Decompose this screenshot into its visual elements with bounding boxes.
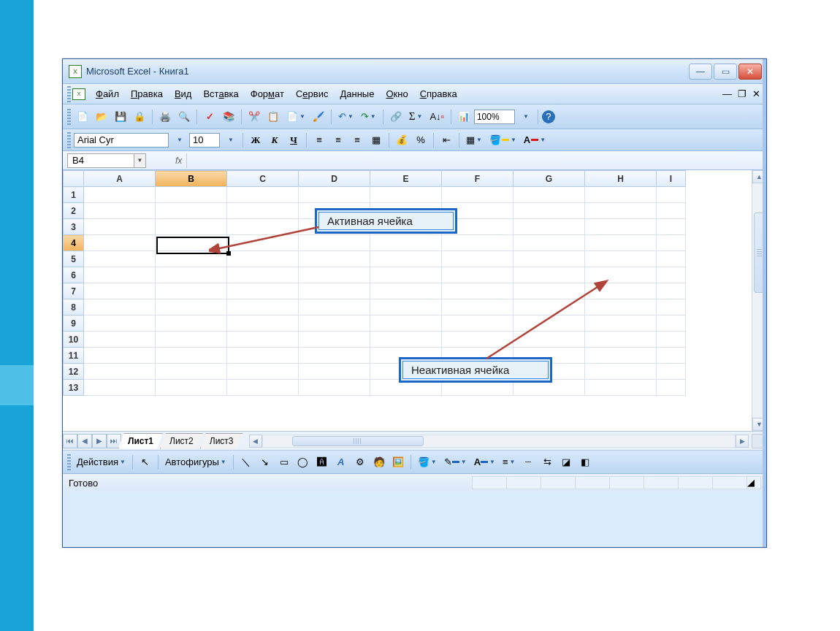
- row-header[interactable]: 7: [64, 283, 84, 299]
- col-header-i[interactable]: I: [657, 171, 686, 187]
- sheet-tab-1[interactable]: Лист1: [118, 433, 163, 449]
- sort-asc-icon[interactable]: A↓я: [427, 108, 447, 126]
- tab-nav-first[interactable]: ⏮: [63, 434, 77, 448]
- percent-icon[interactable]: %: [412, 131, 429, 149]
- research-icon[interactable]: 📚: [220, 108, 237, 126]
- col-header-a[interactable]: A: [84, 171, 156, 187]
- row-header[interactable]: 10: [64, 332, 84, 348]
- row-header[interactable]: 3: [64, 219, 84, 235]
- merge-center-icon[interactable]: ▦: [367, 131, 385, 149]
- font-color-icon[interactable]: A▼: [521, 131, 549, 149]
- zoom-dropdown[interactable]: ▼: [516, 108, 534, 126]
- col-header-c[interactable]: C: [227, 171, 299, 187]
- select-all-corner[interactable]: [64, 171, 84, 187]
- clipart-icon[interactable]: 🧑: [370, 454, 388, 471]
- menu-window[interactable]: Окно: [380, 86, 413, 102]
- bold-button[interactable]: Ж: [247, 131, 264, 149]
- titlebar[interactable]: X Microsoft Excel - Книга1 — ▭ ✕: [63, 59, 766, 84]
- currency-icon[interactable]: 💰: [393, 131, 411, 149]
- toolbar-handle[interactable]: [67, 86, 71, 102]
- italic-button[interactable]: К: [266, 131, 283, 149]
- formula-input[interactable]: [186, 153, 766, 168]
- save-icon[interactable]: 💾: [112, 108, 129, 126]
- menu-help[interactable]: Справка: [414, 86, 463, 102]
- draw-actions-menu[interactable]: Действия▼: [74, 454, 129, 471]
- arrow-style-icon[interactable]: ⇆: [538, 454, 556, 471]
- tab-nav-last[interactable]: ⏭: [107, 434, 121, 448]
- diagram-icon[interactable]: ⚙: [351, 454, 369, 471]
- scrollbar-thumb[interactable]: [292, 436, 424, 446]
- cut-icon[interactable]: ✂️: [245, 108, 263, 126]
- row-header[interactable]: 4: [64, 235, 84, 251]
- scroll-right-icon[interactable]: ▶: [736, 435, 749, 448]
- row-header[interactable]: 6: [64, 267, 84, 283]
- underline-button[interactable]: Ч: [285, 131, 302, 149]
- borders-icon[interactable]: ▦▼: [463, 131, 485, 149]
- row-header[interactable]: 1: [64, 187, 84, 203]
- minimize-button[interactable]: —: [689, 64, 712, 80]
- row-header[interactable]: 11: [64, 348, 84, 364]
- name-box-dropdown[interactable]: ▼: [134, 153, 146, 168]
- line-icon[interactable]: ＼: [237, 454, 255, 471]
- align-left-icon[interactable]: ≡: [310, 131, 328, 149]
- shadow-style-icon[interactable]: ◪: [557, 454, 575, 471]
- row-header[interactable]: 12: [64, 364, 84, 380]
- select-objects-icon[interactable]: ↖: [137, 454, 154, 471]
- col-header-d[interactable]: D: [299, 171, 370, 187]
- print-preview-icon[interactable]: 🔍: [175, 108, 193, 126]
- print-icon[interactable]: 🖨️: [156, 108, 174, 126]
- fx-label[interactable]: fx: [175, 156, 182, 166]
- line-color-icon[interactable]: ✎▼: [441, 454, 470, 471]
- permission-icon[interactable]: 🔒: [131, 108, 148, 126]
- zoom-combo[interactable]: 100%: [474, 110, 515, 124]
- col-header-e[interactable]: E: [370, 171, 442, 187]
- menu-data[interactable]: Данные: [334, 86, 380, 102]
- undo-icon[interactable]: ↶▼: [335, 108, 356, 126]
- row-header[interactable]: 2: [64, 203, 84, 219]
- wordart-icon[interactable]: A: [332, 454, 350, 471]
- toolbar-handle[interactable]: [67, 109, 71, 125]
- textbox-icon[interactable]: 🅰: [313, 454, 331, 471]
- fill-color-icon[interactable]: 🪣▼: [415, 454, 440, 471]
- doc-minimize-button[interactable]: —: [722, 88, 732, 99]
- dash-style-icon[interactable]: ┄: [519, 454, 537, 471]
- col-header-f[interactable]: F: [442, 171, 513, 187]
- hyperlink-icon[interactable]: 🔗: [387, 108, 405, 126]
- arrow-icon[interactable]: ↘: [256, 454, 274, 471]
- maximize-button[interactable]: ▭: [714, 64, 737, 80]
- rectangle-icon[interactable]: ▭: [275, 454, 293, 471]
- sheet-tab-2[interactable]: Лист2: [160, 433, 203, 449]
- format-painter-icon[interactable]: 🖌️: [310, 108, 327, 126]
- row-header[interactable]: 5: [64, 251, 84, 267]
- fill-color-icon[interactable]: 🪣▼: [486, 131, 519, 149]
- sheet-tab-3[interactable]: Лист3: [200, 433, 243, 449]
- row-header[interactable]: 8: [64, 299, 84, 316]
- col-header-b[interactable]: B: [156, 171, 227, 187]
- row-header[interactable]: 13: [64, 380, 84, 396]
- spellcheck-icon[interactable]: ✓: [201, 108, 218, 126]
- scroll-left-icon[interactable]: ◀: [249, 435, 262, 448]
- toolbar-handle[interactable]: [67, 454, 71, 470]
- line-style-icon[interactable]: ≡▼: [500, 454, 519, 471]
- doc-restore-button[interactable]: ❐: [738, 88, 747, 99]
- doc-close-button[interactable]: ✕: [752, 88, 760, 99]
- tab-nav-prev[interactable]: ◀: [77, 434, 92, 448]
- menu-view[interactable]: Вид: [169, 86, 198, 102]
- horizontal-scrollbar[interactable]: ◀ ▶: [249, 434, 749, 448]
- menu-file[interactable]: Файл: [90, 86, 125, 102]
- insert-picture-icon[interactable]: 🖼️: [389, 454, 407, 471]
- font-name-dropdown[interactable]: ▼: [170, 131, 188, 149]
- chart-wizard-icon[interactable]: 📊: [455, 108, 473, 126]
- font-name-combo[interactable]: Arial Cyr: [74, 133, 169, 148]
- close-button[interactable]: ✕: [738, 64, 762, 80]
- font-color-icon[interactable]: A▼: [471, 454, 498, 471]
- row-header[interactable]: 9: [64, 316, 84, 332]
- tab-nav-next[interactable]: ▶: [92, 434, 107, 448]
- align-center-icon[interactable]: ≡: [329, 131, 347, 149]
- col-header-g[interactable]: G: [513, 171, 585, 187]
- paste-icon[interactable]: 📄▼: [283, 108, 308, 126]
- font-size-combo[interactable]: 10: [189, 133, 220, 148]
- spreadsheet-grid[interactable]: A B C D E F G H I 1 2 3 4 5 6 7 8 9: [63, 170, 686, 396]
- autoshapes-menu[interactable]: Автофигуры▼: [162, 454, 229, 471]
- new-icon[interactable]: 📄: [74, 108, 91, 126]
